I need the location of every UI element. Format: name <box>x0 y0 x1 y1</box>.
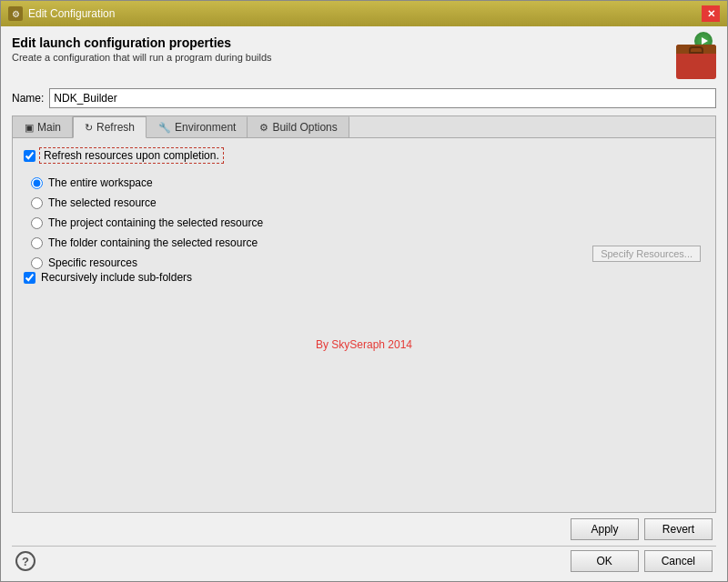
tab-main[interactable]: ▣ Main <box>13 116 73 137</box>
help-icon[interactable]: ? <box>15 551 35 571</box>
radio-selected-resource: The selected resource <box>31 196 704 209</box>
bottom-section: Apply Revert ? OK Cancel <box>12 513 716 574</box>
refresh-tab-icon: ↻ <box>85 122 93 134</box>
header-icon-container <box>672 35 716 79</box>
revert-button[interactable]: Revert <box>644 518 713 540</box>
recursive-checkbox[interactable] <box>24 272 35 284</box>
radio-folder-containing-label[interactable]: The folder containing the selected resou… <box>48 236 258 249</box>
radio-specific-resources-label[interactable]: Specific resources <box>48 256 137 269</box>
edit-configuration-window: ⚙ Edit Configuration ✕ Edit launch confi… <box>0 0 728 582</box>
radio-entire-workspace-input[interactable] <box>31 177 43 189</box>
header-subtitle: Create a configuration that will run a p… <box>12 52 672 63</box>
window-title: Edit Configuration <box>28 7 115 20</box>
main-tab-icon: ▣ <box>25 122 34 134</box>
name-row: Name: <box>12 88 716 108</box>
refresh-checkbox-wrapper: Refresh resources upon completion. <box>24 147 224 164</box>
radio-project-containing-label[interactable]: The project containing the selected reso… <box>48 216 263 229</box>
refresh-label-row: Refresh resources upon completion. <box>24 147 704 164</box>
watermark: By SkySeraph 2014 <box>24 338 704 351</box>
content-area: Edit launch configuration properties Cre… <box>1 26 727 581</box>
tab-build-options-label: Build Options <box>272 121 337 134</box>
header-title: Edit launch configuration properties <box>12 35 672 50</box>
radio-selected-resource-input[interactable] <box>31 197 43 209</box>
tab-environment[interactable]: 🔧 Environment <box>147 116 248 137</box>
cancel-button[interactable]: Cancel <box>644 550 713 572</box>
tab-refresh-label: Refresh <box>96 121 135 134</box>
name-input[interactable] <box>49 88 716 108</box>
tabs-header: ▣ Main ↻ Refresh 🔧 Environment ⚙ Build O… <box>13 116 715 138</box>
recursive-checkbox-label[interactable]: Recursively include sub-folders <box>41 271 192 284</box>
refresh-checkbox[interactable] <box>24 150 35 162</box>
tab-refresh[interactable]: ↻ Refresh <box>73 116 147 138</box>
header-section: Edit launch configuration properties Cre… <box>12 35 716 79</box>
refresh-checkbox-label[interactable]: Refresh resources upon completion. <box>39 147 224 164</box>
radio-project-containing-input[interactable] <box>31 217 43 229</box>
environment-tab-icon: 🔧 <box>158 122 171 134</box>
toolbox-handle <box>689 46 703 54</box>
header-text: Edit launch configuration properties Cre… <box>12 35 672 63</box>
radio-folder-containing-input[interactable] <box>31 237 43 249</box>
ok-cancel-row: ? OK Cancel <box>12 546 716 572</box>
radio-project-containing: The project containing the selected reso… <box>31 216 704 229</box>
title-bar: ⚙ Edit Configuration ✕ <box>1 1 727 26</box>
ok-button[interactable]: OK <box>571 550 639 572</box>
apply-button[interactable]: Apply <box>571 518 639 540</box>
tabs-panel: ▣ Main ↻ Refresh 🔧 Environment ⚙ Build O… <box>12 115 716 513</box>
tab-build-options[interactable]: ⚙ Build Options <box>248 116 349 137</box>
recursive-row: Recursively include sub-folders <box>24 271 704 284</box>
build-options-tab-icon: ⚙ <box>259 122 268 134</box>
radio-specific-resources-input[interactable] <box>31 257 43 269</box>
radio-selected-resource-label[interactable]: The selected resource <box>48 196 157 209</box>
title-bar-left: ⚙ Edit Configuration <box>8 6 115 21</box>
tab-environment-label: Environment <box>175 121 236 134</box>
window-icon: ⚙ <box>8 6 23 21</box>
close-button[interactable]: ✕ <box>702 5 720 22</box>
apply-revert-row: Apply Revert <box>12 518 716 540</box>
toolbox-icon <box>676 45 716 79</box>
radio-entire-workspace: The entire workspace <box>31 176 704 189</box>
radio-entire-workspace-label[interactable]: The entire workspace <box>48 176 153 189</box>
name-label: Name: <box>12 92 44 105</box>
specify-resources-button[interactable]: Specify Resources... <box>592 246 701 262</box>
ok-cancel-buttons: OK Cancel <box>571 550 713 572</box>
tab-main-label: Main <box>37 121 61 134</box>
tab-refresh-content: Refresh resources upon completion. The e… <box>13 138 715 512</box>
